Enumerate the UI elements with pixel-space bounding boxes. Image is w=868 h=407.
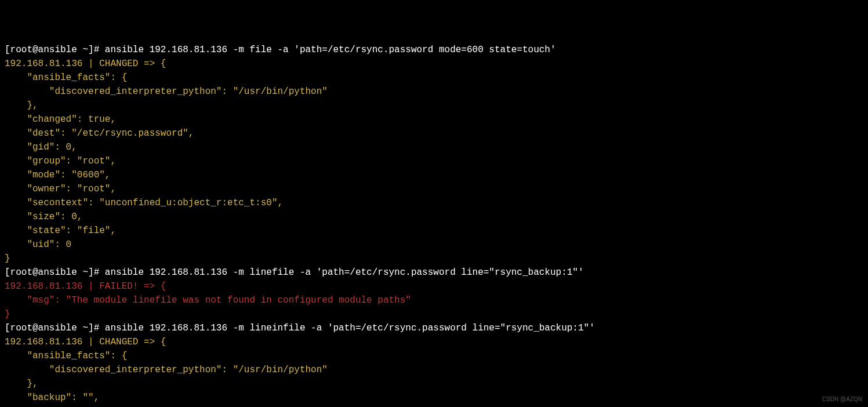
watermark-text: CSDN @AZQN [822,395,862,404]
terminal-line: "gid": 0, [5,142,77,152]
terminal-line: "secontext": "unconfined_u:object_r:etc_… [5,198,283,208]
terminal-line: } [5,253,10,264]
terminal-line: 192.168.81.136 | CHANGED => { [5,337,166,347]
terminal-line: "uid": 0 [5,239,71,250]
terminal-line: "backup": "", [5,393,99,403]
terminal-output[interactable]: [root@ansible ~]# ansible 192.168.81.136… [5,43,863,407]
terminal-line: "mode": "0600", [5,170,110,180]
terminal-line: [root@ansible ~]# ansible 192.168.81.136… [5,323,595,333]
terminal-line: [root@ansible ~]# ansible 192.168.81.136… [5,45,556,55]
terminal-line: }, [5,379,38,389]
terminal-line: "discovered_interpreter_python": "/usr/b… [5,86,328,97]
terminal-line: "dest": "/etc/rsync.password", [5,128,194,139]
terminal-line: [root@ansible ~]# ansible 192.168.81.136… [5,267,584,278]
terminal-line: }, [5,100,38,111]
terminal-line: "ansible_facts": { [5,351,127,361]
terminal-line: "changed": true, [5,114,116,125]
terminal-line: "discovered_interpreter_python": "/usr/b… [5,365,328,375]
terminal-line: "msg": "The module linefile was not foun… [5,295,411,306]
terminal-line: 192.168.81.136 | CHANGED => { [5,59,166,69]
terminal-line: "owner": "root", [5,184,116,194]
terminal-line: "group": "root", [5,156,116,166]
terminal-line: } [5,309,10,319]
terminal-line: "ansible_facts": { [5,72,127,83]
terminal-line: "size": 0, [5,212,82,222]
terminal-line: "state": "file", [5,226,116,236]
terminal-line: 192.168.81.136 | FAILED! => { [5,281,166,292]
